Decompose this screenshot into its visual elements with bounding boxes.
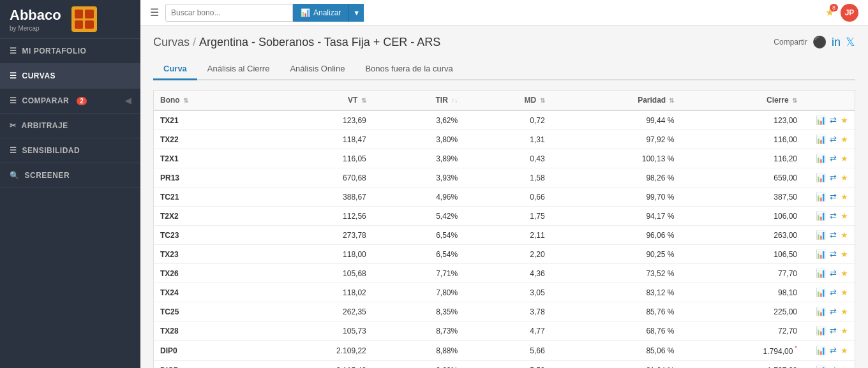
sidebar-item-screener[interactable]: 🔍 SCREENER	[0, 163, 140, 188]
cell-vt: 118,00	[261, 245, 373, 264]
chart-action-icon[interactable]: 📊	[816, 326, 826, 335]
cell-vt: 118,02	[261, 283, 373, 302]
twitter-icon[interactable]: 𝕏	[846, 35, 855, 49]
breadcrumb-link[interactable]: Curvas	[153, 36, 190, 49]
favorite-action-icon[interactable]: ★	[841, 154, 848, 163]
table-row: TC25 262,35 8,35% 3,78 85,76 % 225,00 📊 …	[154, 302, 855, 321]
favorite-action-icon[interactable]: ★	[841, 307, 848, 316]
cell-paridad: 90,25 %	[551, 245, 681, 264]
cell-paridad: 73,52 %	[551, 264, 681, 283]
chart-action-icon[interactable]: 📊	[816, 288, 826, 297]
chart-action-icon[interactable]: 📊	[816, 365, 826, 368]
chart-action-icon[interactable]: 📊	[816, 307, 826, 316]
chart-action-icon[interactable]: 📊	[816, 249, 826, 259]
chart-action-icon[interactable]: 📊	[816, 230, 826, 240]
cell-actions: 📊 ⇄ ★	[804, 110, 855, 130]
compare-action-icon[interactable]: ⇄	[830, 365, 837, 368]
compare-action-icon[interactable]: ⇄	[830, 154, 837, 163]
favorite-action-icon[interactable]: ★	[841, 249, 848, 259]
cell-vt: 2.109,22	[261, 341, 373, 361]
chart-action-icon[interactable]: 📊	[816, 154, 826, 163]
comparar-label: COMPARAR	[22, 96, 70, 105]
sidebar-item-comparar[interactable]: ☰ COMPARAR 2 ◀	[0, 89, 140, 114]
compare-action-icon[interactable]: ⇄	[830, 115, 837, 125]
favorite-action-icon[interactable]: ★	[841, 230, 848, 240]
chart-action-icon[interactable]: 📊	[816, 115, 826, 125]
tab-curva[interactable]: Curva	[153, 59, 197, 80]
search-group: 📊 Analizar ▼	[165, 4, 364, 22]
favorite-action-icon[interactable]: ★	[841, 211, 848, 221]
tab-analisis-online[interactable]: Análisis Online	[280, 59, 355, 80]
chart-action-icon[interactable]: 📊	[816, 135, 826, 144]
compare-action-icon[interactable]: ⇄	[830, 326, 837, 335]
chart-action-icon[interactable]: 📊	[816, 192, 826, 202]
compare-action-icon[interactable]: ⇄	[830, 288, 837, 297]
cell-actions: 📊 ⇄ ★	[804, 321, 855, 341]
col-bono[interactable]: Bono ⇅	[154, 91, 261, 110]
col-vt[interactable]: VT ⇅	[261, 91, 373, 110]
cell-cierre: 1.727,00	[680, 361, 804, 369]
favorite-action-icon[interactable]: ★	[841, 346, 848, 355]
col-cierre[interactable]: Cierre ⇅	[680, 91, 804, 110]
compare-action-icon[interactable]: ⇄	[830, 192, 837, 202]
favorite-action-icon[interactable]: ★	[841, 192, 848, 202]
col-tir[interactable]: TIR ↑↓	[373, 91, 464, 110]
cell-paridad: 83,12 %	[551, 283, 681, 302]
sidebar-item-arbitraje[interactable]: ✂ ARBITRAJE	[0, 114, 140, 138]
compare-action-icon[interactable]: ⇄	[830, 211, 837, 221]
arbitraje-icon: ✂	[10, 121, 17, 130]
compare-action-icon[interactable]: ⇄	[830, 249, 837, 259]
user-avatar[interactable]: JP	[841, 4, 858, 22]
search-box[interactable]	[165, 4, 293, 22]
favorite-action-icon[interactable]: ★	[841, 326, 848, 335]
compare-action-icon[interactable]: ⇄	[830, 230, 837, 240]
hamburger-icon[interactable]: ☰	[150, 6, 159, 18]
sidebar-item-curvas[interactable]: ☰ CURVAS	[0, 64, 140, 89]
cell-vt: 123,69	[261, 110, 373, 130]
chart-action-icon[interactable]: 📊	[816, 346, 826, 355]
tab-bonos-fuera[interactable]: Bonos fuera de la curva	[355, 59, 463, 80]
whatsapp-icon[interactable]: ⚫	[812, 35, 827, 49]
table-row: T2X2 112,56 5,42% 1,75 94,17 % 106,00 📊 …	[154, 207, 855, 226]
favorite-action-icon[interactable]: ★	[841, 269, 848, 278]
cell-bono: TX24	[154, 283, 261, 302]
main-content: ☰ 📊 Analizar ▼ ★ 8 JP Curvas /	[140, 0, 868, 368]
sidebar-item-sensibilidad[interactable]: ☰ SENSIBILIDAD	[0, 138, 140, 163]
compare-action-icon[interactable]: ⇄	[830, 307, 837, 316]
favorites-icon[interactable]: ★ 8	[825, 7, 834, 18]
tabs: Curva Análisis al Cierre Análisis Online…	[153, 59, 855, 80]
cell-actions: 📊 ⇄ ★	[804, 226, 855, 245]
favorite-action-icon[interactable]: ★	[841, 135, 848, 144]
compare-action-icon[interactable]: ⇄	[830, 135, 837, 144]
compare-action-icon[interactable]: ⇄	[830, 173, 837, 182]
search-input[interactable]	[171, 8, 287, 17]
cell-md: 1,58	[464, 168, 551, 188]
cell-paridad: 97,92 %	[551, 130, 681, 149]
tab-bonos-fuera-label: Bonos fuera de la curva	[365, 64, 453, 73]
compare-action-icon[interactable]: ⇄	[830, 269, 837, 278]
cell-vt: 118,47	[261, 130, 373, 149]
favorite-action-icon[interactable]: ★	[841, 365, 848, 368]
analizar-button[interactable]: 📊 Analizar	[293, 4, 348, 22]
favorite-action-icon[interactable]: ★	[841, 173, 848, 182]
chart-action-icon[interactable]: 📊	[816, 173, 826, 182]
col-md[interactable]: MD ⇅	[464, 91, 551, 110]
col-paridad[interactable]: Paridad ⇅	[551, 91, 681, 110]
chart-action-icon[interactable]: 📊	[816, 211, 826, 221]
linkedin-icon[interactable]: in	[832, 36, 841, 49]
favorite-action-icon[interactable]: ★	[841, 115, 848, 125]
cell-tir: 8,73%	[373, 321, 464, 341]
bonds-table: Bono ⇅ VT ⇅ TIR ↑↓ MD ⇅	[154, 91, 855, 368]
cell-tir: 8,35%	[373, 302, 464, 321]
analizar-dropdown-button[interactable]: ▼	[348, 4, 364, 22]
cell-bono: TX26	[154, 264, 261, 283]
table-row: TC23 273,78 6,54% 2,11 96,06 % 263,00 📊 …	[154, 226, 855, 245]
cell-actions: 📊 ⇄ ★	[804, 361, 855, 369]
favorite-action-icon[interactable]: ★	[841, 288, 848, 297]
table-row: PR13 670,68 3,93% 1,58 98,26 % 659,00 📊 …	[154, 168, 855, 188]
tab-analisis-cierre[interactable]: Análisis al Cierre	[197, 59, 280, 80]
compare-action-icon[interactable]: ⇄	[830, 346, 837, 355]
sidebar-item-portafolio[interactable]: ☰ MI PORTAFOLIO	[0, 39, 140, 64]
chart-action-icon[interactable]: 📊	[816, 269, 826, 278]
cell-actions: 📊 ⇄ ★	[804, 245, 855, 264]
